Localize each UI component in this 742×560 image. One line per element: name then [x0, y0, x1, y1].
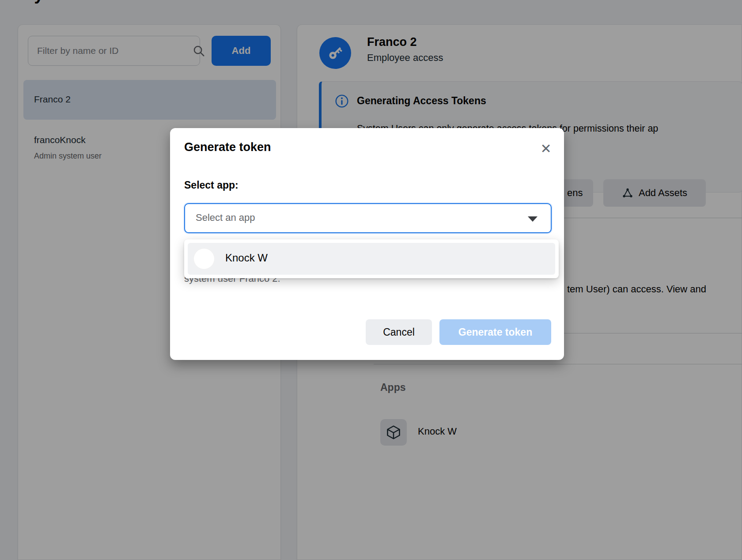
generate-token-modal: Generate token ✕ Select app: Select an a…	[170, 128, 564, 360]
app-option-avatar	[193, 248, 215, 269]
app-select-dropdown[interactable]: Select an app	[184, 203, 552, 233]
modal-title: Generate token	[184, 140, 271, 154]
app-option-label: Knock W	[225, 252, 268, 264]
select-app-label: Select app:	[184, 179, 238, 191]
chevron-down-icon	[528, 216, 538, 222]
cancel-button[interactable]: Cancel	[366, 319, 432, 345]
app-select-placeholder: Select an app	[196, 212, 255, 223]
generate-token-button[interactable]: Generate token	[439, 319, 551, 345]
close-icon[interactable]: ✕	[536, 139, 556, 159]
app-options-menu: Knock W	[184, 239, 559, 278]
app-option-knock-w[interactable]: Knock W	[188, 243, 555, 275]
